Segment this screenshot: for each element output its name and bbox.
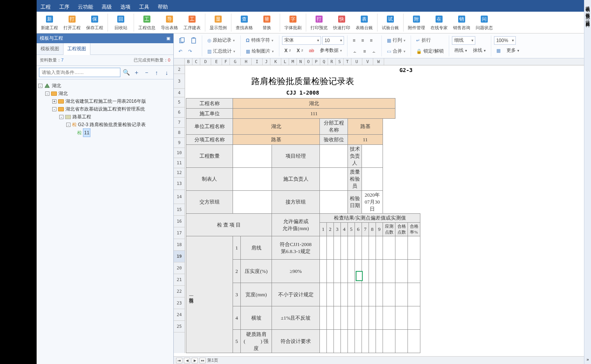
col-header[interactable]: N: [297, 58, 305, 65]
form-cell[interactable]: [408, 306, 420, 330]
valign-bot-icon[interactable]: ⫠: [369, 46, 379, 56]
form-cell[interactable]: [369, 283, 376, 306]
row-header[interactable]: 25: [174, 321, 185, 332]
form-cell[interactable]: 检验日期: [348, 191, 362, 214]
pin-icon[interactable]: ▣: [166, 36, 170, 41]
form-cell[interactable]: [362, 236, 369, 260]
row-header[interactable]: 7: [174, 118, 185, 128]
form-cell[interactable]: [362, 145, 383, 168]
form-cell[interactable]: [348, 283, 355, 306]
pager-prev[interactable]: ◀: [184, 358, 190, 363]
form-cell[interactable]: [355, 330, 362, 353]
ribbon-sales[interactable]: 销销售咨询: [450, 12, 473, 33]
form-cell[interactable]: 检查结果/实测点偏差值或实测值: [320, 214, 420, 223]
form-cell[interactable]: 分部工程名称: [320, 119, 348, 135]
subscript[interactable]: X2: [294, 46, 305, 56]
form-cell[interactable]: 2020年07月30日: [362, 191, 383, 214]
form-cell[interactable]: 横坡: [241, 306, 272, 330]
form-cell[interactable]: [334, 330, 341, 353]
form-cell[interactable]: 合格率%: [408, 223, 420, 236]
form-cell[interactable]: [369, 236, 376, 260]
col-header[interactable]: W: [373, 58, 384, 65]
row-header[interactable]: 11: [174, 158, 185, 168]
form-cell[interactable]: 3: [334, 223, 341, 236]
form-cell[interactable]: [408, 283, 420, 306]
form-cell[interactable]: [320, 168, 348, 191]
form-cell[interactable]: ±1%且不反坡: [272, 306, 320, 330]
col-header[interactable]: U: [351, 58, 362, 65]
remove-icon[interactable]: －: [142, 68, 151, 77]
form-cell[interactable]: 4: [341, 223, 348, 236]
erase-line[interactable]: 抹线▾: [471, 46, 488, 56]
draw-line[interactable]: 画线▾: [452, 46, 469, 56]
tab-template-view[interactable]: 模板视图: [37, 43, 64, 55]
form-cell[interactable]: 交方班组: [186, 191, 233, 214]
form-cell[interactable]: [376, 306, 383, 330]
more[interactable]: 更多▾: [504, 46, 522, 56]
form-cell[interactable]: 湖北: [233, 119, 320, 135]
col-header[interactable]: V: [362, 58, 373, 65]
form-cell[interactable]: 2: [233, 260, 241, 283]
pager-last[interactable]: ⏭: [199, 358, 206, 363]
form-cell[interactable]: [395, 283, 408, 306]
form-cell[interactable]: 6: [355, 223, 362, 236]
col-header[interactable]: M: [289, 58, 297, 65]
form-cell[interactable]: 肩线: [241, 236, 272, 260]
tree-leaf[interactable]: 检11: [38, 128, 172, 137]
form-cell[interactable]: 符合CJJ1-2008第6.8.3-1规定: [272, 236, 320, 260]
sheet-area[interactable]: BCDEFGHIJKLMNOPQRSTUVW 23456789101112131…: [174, 58, 591, 364]
form-cell[interactable]: 9: [376, 223, 383, 236]
menu-item[interactable]: 帮助: [158, 4, 168, 11]
form-cell[interactable]: 3: [233, 283, 241, 306]
form-cell[interactable]: [408, 236, 420, 260]
expand-icon[interactable]: »: [586, 357, 589, 362]
ribbon-sample[interactable]: 显显示范例: [207, 12, 229, 33]
col-header[interactable]: F: [222, 58, 230, 65]
ribbon-export[interactable]: 导导出表格: [158, 12, 181, 33]
menu-item[interactable]: 高级: [102, 4, 112, 11]
redo-icon[interactable]: ↷: [186, 46, 194, 56]
col-header[interactable]: C: [192, 58, 200, 65]
ribbon-attach[interactable]: 附附件管理: [405, 12, 428, 33]
tree-node[interactable]: +湖北省建筑工程施工统一用表2016年版: [38, 97, 172, 105]
col-header[interactable]: I: [252, 58, 263, 65]
form-cell[interactable]: 质量检验员: [348, 168, 362, 191]
down-icon[interactable]: ↓: [162, 68, 171, 77]
form-cell[interactable]: [369, 306, 376, 330]
row-header[interactable]: 5: [174, 97, 185, 107]
col-header[interactable]: R: [328, 58, 336, 65]
form-cell[interactable]: 宽度(mm): [241, 283, 272, 306]
form-cell[interactable]: [233, 168, 272, 191]
menu-item[interactable]: 工序: [59, 4, 69, 11]
row-header[interactable]: 3: [174, 74, 185, 89]
align-center-icon[interactable]: ≡: [359, 35, 366, 46]
form-cell[interactable]: [362, 283, 369, 306]
row-header[interactable]: 18: [174, 239, 185, 251]
form-cell[interactable]: [395, 330, 408, 353]
tree-node[interactable]: -湖北: [38, 90, 172, 97]
form-cell[interactable]: 路基: [233, 135, 320, 145]
col-header[interactable]: S: [336, 58, 344, 65]
up-icon[interactable]: ↑: [152, 68, 161, 77]
form-cell[interactable]: [320, 330, 327, 353]
ribbon-expert[interactable]: 在在线专家: [428, 12, 450, 33]
form-cell[interactable]: [362, 260, 369, 283]
row-header[interactable]: 14: [174, 190, 185, 204]
zoom-combo[interactable]: 100%: [494, 36, 516, 45]
col-header[interactable]: P: [312, 58, 320, 65]
form-cell[interactable]: 分项工程名称: [186, 135, 233, 145]
form-cell[interactable]: [341, 330, 348, 353]
menu-item[interactable]: 工具: [139, 4, 149, 11]
row-header[interactable]: 9: [174, 138, 185, 148]
ribbon-search[interactable]: 查查找表格: [233, 12, 256, 33]
grid-icon[interactable]: ▦: [494, 46, 503, 56]
form-cell[interactable]: 4: [233, 306, 241, 330]
pager-first[interactable]: ⏮: [176, 358, 182, 363]
form-cell[interactable]: 1: [233, 236, 241, 260]
search-icon[interactable]: 🔍: [122, 68, 131, 77]
form-cell[interactable]: [334, 260, 341, 283]
form-cell[interactable]: [348, 306, 355, 330]
rtab-3[interactable]: 已完成资料: [585, 16, 591, 20]
form-cell[interactable]: [320, 191, 348, 214]
form-cell[interactable]: 2: [327, 223, 334, 236]
